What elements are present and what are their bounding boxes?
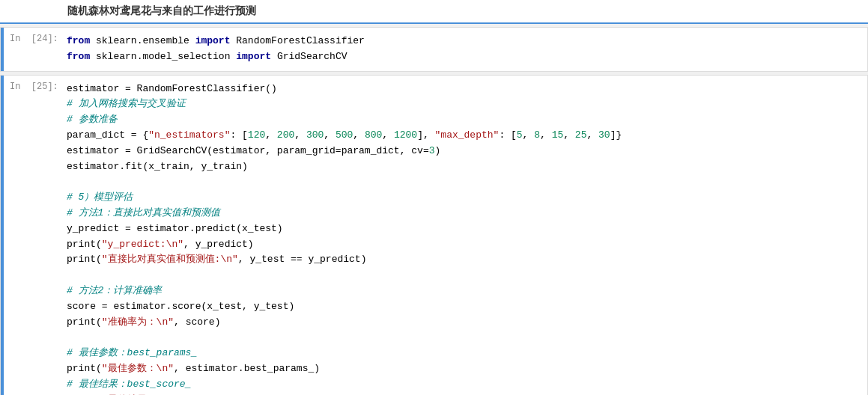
notebook-container: 随机森林对鸢尾花与来自的工作进行预测 In [24]: from sklearn… — [0, 0, 868, 395]
cell-label-24: In [24]: — [4, 28, 64, 71]
page-title: 随机森林对鸢尾花与来自的工作进行预测 — [0, 0, 868, 24]
cell-25: In [25]: estimator = RandomForestClassif… — [0, 75, 868, 395]
cell-label-25: In [25]: — [4, 76, 64, 395]
cell-24: In [24]: from sklearn.ensemble import Ra… — [0, 27, 868, 72]
header-title: 随机森林对鸢尾花与来自的工作进行预测 — [67, 5, 256, 17]
cell-content-25[interactable]: estimator = RandomForestClassifier() # 加… — [64, 76, 867, 395]
cell-content-24[interactable]: from sklearn.ensemble import RandomFores… — [64, 28, 867, 71]
